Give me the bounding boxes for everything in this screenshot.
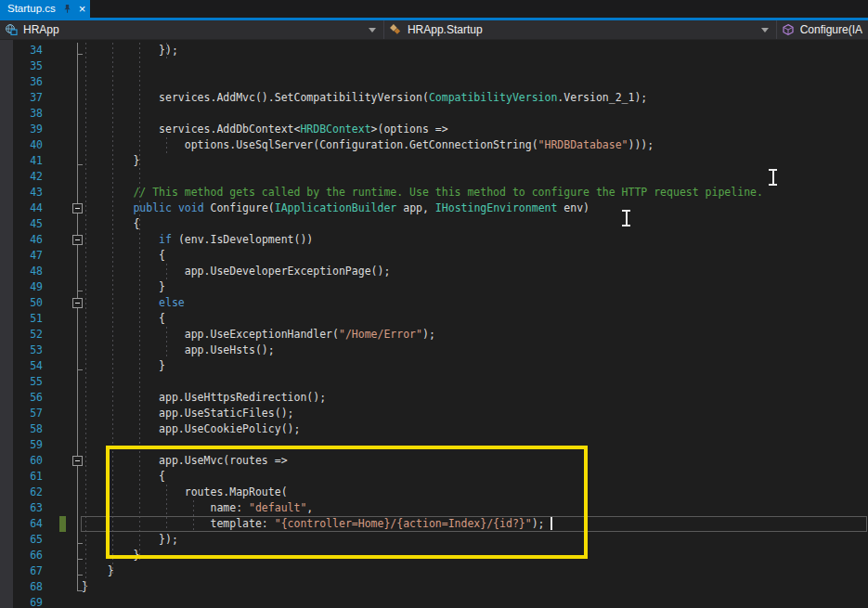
collapse-button[interactable] [72, 298, 83, 308]
project-dropdown[interactable]: HRApp [0, 20, 383, 39]
line-number[interactable]: 57 [0, 406, 46, 421]
line-number[interactable]: 40 [0, 137, 46, 153]
code-line[interactable]: 57 app.UseStaticFiles(); [0, 406, 868, 421]
code-text[interactable] [82, 595, 868, 608]
code-line[interactable]: 53 app.UseHsts(); [0, 343, 868, 358]
code-line[interactable]: 67 } [0, 563, 868, 579]
code-line[interactable]: 40 options.UseSqlServer(Configuration.Ge… [0, 137, 868, 153]
editor[interactable]: 34 });353637 services.AddMvc().SetCompat… [0, 40, 868, 608]
code-line[interactable]: 49 } [0, 279, 868, 295]
code-text[interactable]: app.UseStaticFiles(); [82, 406, 868, 421]
line-number[interactable]: 41 [0, 153, 46, 169]
code-line[interactable]: 36 [0, 74, 868, 90]
line-number[interactable]: 63 [0, 500, 46, 516]
tab-startup-cs[interactable]: Startup.cs × [0, 0, 90, 18]
code-line[interactable]: 37 services.AddMvc().SetCompatibilityVer… [0, 90, 868, 106]
line-number[interactable]: 48 [0, 264, 46, 279]
code-text[interactable]: app.UseCookiePolicy(); [82, 421, 868, 437]
line-number[interactable]: 62 [0, 485, 46, 500]
code-line[interactable]: 50 else [0, 295, 868, 311]
code-text[interactable] [82, 169, 868, 185]
line-number[interactable]: 34 [0, 43, 46, 58]
collapse-button[interactable] [72, 235, 83, 245]
type-dropdown[interactable]: HRApp.Startup [384, 20, 776, 39]
line-number[interactable]: 64 [0, 516, 46, 532]
line-number[interactable]: 42 [0, 169, 46, 185]
code-text[interactable]: services.AddMvc().SetCompatibilityVersio… [82, 90, 868, 106]
line-number[interactable]: 37 [0, 90, 46, 106]
line-number[interactable]: 50 [0, 295, 46, 311]
code-text[interactable]: { [82, 311, 868, 327]
code-line[interactable]: 68} [0, 579, 868, 595]
code-text[interactable]: } [82, 358, 868, 374]
code-text[interactable]: else [82, 295, 868, 311]
line-number[interactable]: 53 [0, 343, 46, 358]
code-line[interactable]: 35 [0, 58, 868, 74]
code-text[interactable]: app.UseExceptionHandler("/Home/Error"); [82, 327, 868, 343]
code-line[interactable]: 47 { [0, 248, 868, 264]
code-text[interactable]: public void Configure(IApplicationBuilde… [82, 201, 868, 216]
code-line[interactable]: 39 services.AddDbContext<HRDBContext>(op… [0, 122, 868, 137]
line-number[interactable]: 51 [0, 311, 46, 327]
code-text[interactable]: // This method gets called by the runtim… [82, 185, 868, 201]
code-line[interactable]: 38 [0, 106, 868, 122]
code-line[interactable]: 43 // This method gets called by the run… [0, 185, 868, 201]
line-number[interactable]: 49 [0, 279, 46, 295]
code-line[interactable]: 55 [0, 374, 868, 390]
code-line[interactable]: 56 app.UseHttpsRedirection(); [0, 390, 868, 406]
code-text[interactable] [82, 74, 868, 90]
code-text[interactable]: } [82, 563, 868, 579]
line-number[interactable]: 56 [0, 390, 46, 406]
code-line[interactable]: 34 }); [0, 43, 868, 58]
code-text[interactable]: } [82, 153, 868, 169]
pin-icon[interactable] [62, 4, 72, 14]
line-number[interactable]: 44 [0, 201, 46, 216]
member-dropdown[interactable]: Configure(IA [777, 20, 868, 39]
code-text[interactable]: if (env.IsDevelopment()) [82, 232, 868, 248]
code-text[interactable]: app.UseHttpsRedirection(); [82, 390, 868, 406]
line-number[interactable]: 60 [0, 453, 46, 469]
code-line[interactable]: 42 [0, 169, 868, 185]
line-number[interactable]: 52 [0, 327, 46, 343]
line-number[interactable]: 45 [0, 216, 46, 232]
line-number[interactable]: 61 [0, 469, 46, 485]
line-number[interactable]: 68 [0, 579, 46, 595]
code-text[interactable] [82, 106, 868, 122]
code-line[interactable]: 44 public void Configure(IApplicationBui… [0, 201, 868, 216]
collapse-button[interactable] [72, 203, 83, 213]
code-line[interactable]: 46 if (env.IsDevelopment()) [0, 232, 868, 248]
code-text[interactable]: { [82, 216, 868, 232]
line-number[interactable]: 39 [0, 122, 46, 137]
line-number[interactable]: 67 [0, 563, 46, 579]
code-text[interactable] [82, 374, 868, 390]
code-text[interactable]: } [82, 279, 868, 295]
line-number[interactable]: 65 [0, 532, 46, 548]
line-number[interactable]: 59 [0, 437, 46, 453]
code-line[interactable]: 58 app.UseCookiePolicy(); [0, 421, 868, 437]
collapse-button[interactable] [72, 456, 83, 466]
line-number[interactable]: 46 [0, 232, 46, 248]
code-line[interactable]: 48 app.UseDeveloperExceptionPage(); [0, 264, 868, 279]
line-number[interactable]: 36 [0, 74, 46, 90]
line-number[interactable]: 58 [0, 421, 46, 437]
code-text[interactable]: app.UseDeveloperExceptionPage(); [82, 264, 868, 279]
line-number[interactable]: 43 [0, 185, 46, 201]
code-text[interactable]: services.AddDbContext<HRDBContext>(optio… [82, 122, 868, 137]
line-number[interactable]: 38 [0, 106, 46, 122]
code-line[interactable]: 41 } [0, 153, 868, 169]
code-line[interactable]: 45 { [0, 216, 868, 232]
code-line[interactable]: 52 app.UseExceptionHandler("/Home/Error"… [0, 327, 868, 343]
line-number[interactable]: 47 [0, 248, 46, 264]
line-number[interactable]: 66 [0, 548, 46, 563]
code-line[interactable]: 51 { [0, 311, 868, 327]
code-text[interactable]: }); [82, 43, 868, 58]
code-text[interactable]: } [82, 579, 868, 595]
code-text[interactable]: { [82, 248, 868, 264]
code-text[interactable]: app.UseHsts(); [82, 343, 868, 358]
close-icon[interactable]: × [79, 3, 86, 15]
code-line[interactable]: 54 } [0, 358, 868, 374]
line-number[interactable]: 54 [0, 358, 46, 374]
code-text[interactable] [82, 58, 868, 74]
line-number[interactable]: 35 [0, 58, 46, 74]
line-number[interactable]: 69 [0, 595, 46, 608]
